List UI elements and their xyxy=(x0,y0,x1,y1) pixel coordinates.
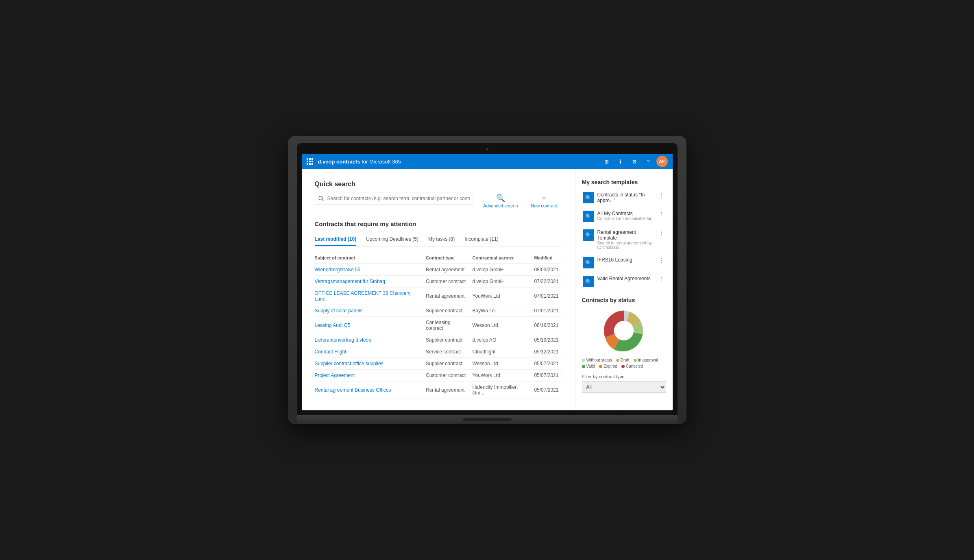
quick-search-label: Quick search xyxy=(315,181,562,188)
legend-item: Valid xyxy=(582,364,595,368)
tab-upcoming-deadlines[interactable]: Upcoming Deadlines (5) xyxy=(366,233,418,246)
info-icon-btn[interactable]: ℹ xyxy=(615,156,626,167)
contract-modified: 05/19/2021 xyxy=(534,334,562,346)
legend-dot xyxy=(582,365,585,368)
legend-label: In approval xyxy=(638,358,658,362)
laptop-outer: d.veop contracts for Microsoft 365 ⊞ ℹ ⚙… xyxy=(288,136,686,424)
search-template-desc: Search in rental agreement by ID cm00005 xyxy=(597,241,655,250)
search-template-name: IFRS16 Leasing xyxy=(597,257,655,263)
laptop-base xyxy=(297,415,678,424)
legend-label: Draft xyxy=(621,358,630,362)
contracts-by-status-title: Contracts by status xyxy=(582,297,666,303)
contract-subject[interactable]: Wienerbergstraße 55 xyxy=(315,264,426,276)
advanced-search-button[interactable]: 🔍 Advanced search xyxy=(478,192,523,211)
legend-item: Without status xyxy=(582,358,612,362)
search-input[interactable] xyxy=(315,192,474,205)
table-row: OFFICE LEASE AGREEMENT 38 Chancery Lane … xyxy=(315,288,562,305)
app-body: Quick search 🔍 Advance xyxy=(302,169,673,410)
search-icon xyxy=(318,196,324,201)
more-icon[interactable]: ⋮ xyxy=(658,229,665,236)
search-template-text: All My Contracts Contracts I am responsi… xyxy=(597,211,655,221)
legend-dot xyxy=(621,365,625,368)
settings-icon-btn[interactable]: ⚙ xyxy=(629,156,640,167)
contract-subject[interactable]: Vertragsmanagement für Stobag xyxy=(315,276,426,288)
contract-modified: 06/16/2021 xyxy=(534,317,562,334)
tab-incomplete[interactable]: Incomplete (11) xyxy=(464,233,498,246)
svg-point-2 xyxy=(614,321,634,340)
more-icon[interactable]: ⋮ xyxy=(658,257,665,264)
grid-icon[interactable] xyxy=(307,158,313,165)
tab-my-tasks[interactable]: My tasks (8) xyxy=(428,233,455,246)
contract-subject[interactable]: OFFICE LEASE AGREEMENT 38 Chancery Lane xyxy=(315,288,426,305)
search-template-text: IFRS16 Leasing xyxy=(597,257,655,263)
table-row: Leasing Audi Q5 Car leasing contract Wes… xyxy=(315,317,562,334)
action-buttons: 🔍 Advanced search + New contract xyxy=(478,192,562,211)
tabs: Last modified (10) Upcoming Deadlines (5… xyxy=(315,233,562,246)
tab-last-modified[interactable]: Last modified (10) xyxy=(315,233,357,246)
help-icon-btn[interactable]: ? xyxy=(643,156,654,167)
table-row: Project Agreement Customer contract YouW… xyxy=(315,370,562,381)
search-template-name: Valid Rental Agreements xyxy=(597,276,655,281)
avatar[interactable]: AF xyxy=(656,156,668,167)
contract-partner: BayWa r.e. xyxy=(473,305,534,317)
contracts-by-status: Contracts by status xyxy=(582,297,666,393)
contract-modified: 05/12/2021 xyxy=(534,346,562,358)
contracts-section-title: Contracts that require my attention xyxy=(315,220,562,227)
search-row: 🔍 Advanced search + New contract xyxy=(315,192,562,211)
table-row: Wienerbergstraße 55 Rental agreement d.v… xyxy=(315,264,562,276)
app-title: d.veop contracts for Microsoft 365 xyxy=(318,159,401,165)
more-icon[interactable]: ⋮ xyxy=(658,192,665,198)
contract-type: Supplier contract xyxy=(426,358,473,370)
contract-subject[interactable]: Lieferantenvertrag d.vleop xyxy=(315,334,426,346)
contract-subject[interactable]: Project Agreement xyxy=(315,370,426,381)
search-template-item[interactable]: 🔍 Valid Rental Agreements ⋮ xyxy=(582,274,666,289)
contract-partner: Cloudflight xyxy=(473,346,534,358)
contract-type: Service contract xyxy=(426,346,473,358)
search-template-desc: Contracts I am responsible for xyxy=(597,216,655,221)
legend-label: Canceled xyxy=(626,364,643,368)
search-template-icon: 🔍 xyxy=(583,257,594,268)
contract-type: Supplier contract xyxy=(426,305,473,317)
legend-item: Draft xyxy=(616,358,630,362)
contract-type: Supplier contract xyxy=(426,334,473,346)
contract-type: Customer contract xyxy=(426,276,473,288)
product-name: contracts xyxy=(336,159,360,165)
contract-type: Rental agreement xyxy=(426,264,473,276)
status-legend: Without status Draft In approval Valid E… xyxy=(582,358,666,368)
contract-partner: d.velop GmbH xyxy=(473,276,534,288)
col-partner: Contractual partner xyxy=(473,253,534,264)
table-row: Lieferantenvertrag d.vleop Supplier cont… xyxy=(315,334,562,346)
search-templates-list: 🔍 Contracts in status "In appro..." ⋮ 🔍 … xyxy=(582,190,666,289)
search-template-item[interactable]: 🔍 IFRS16 Leasing ⋮ xyxy=(582,255,666,270)
contract-modified: 07/01/2021 xyxy=(534,288,562,305)
col-type: Contract type xyxy=(426,253,473,264)
contract-modified: 05/07/2021 xyxy=(534,370,562,381)
search-template-text: Contracts in status "In appro..." xyxy=(597,192,655,203)
search-template-item[interactable]: 🔍 Rental agreement Template Search in re… xyxy=(582,228,666,251)
legend-item: Expired xyxy=(599,364,617,368)
more-icon[interactable]: ⋮ xyxy=(658,211,665,217)
svg-line-1 xyxy=(322,200,323,201)
search-template-item[interactable]: 🔍 Contracts in status "In appro..." ⋮ xyxy=(582,190,666,205)
share-icon-btn[interactable]: ⊞ xyxy=(601,156,612,167)
contract-subject[interactable]: Rental agreement Business Offices xyxy=(315,381,426,399)
contract-subject[interactable]: Leasing Audi Q5 xyxy=(315,317,426,334)
more-icon[interactable]: ⋮ xyxy=(658,276,665,282)
search-input-wrap xyxy=(315,192,474,205)
search-template-text: Valid Rental Agreements xyxy=(597,276,655,281)
search-template-item[interactable]: 🔍 All My Contracts Contracts I am respon… xyxy=(582,209,666,224)
contracts-table: Subject of contract Contract type Contra… xyxy=(315,253,562,399)
laptop-notch xyxy=(463,418,512,421)
search-template-icon: 🔍 xyxy=(583,211,594,222)
legend-dot xyxy=(616,359,619,362)
search-template-icon: 🔍 xyxy=(583,229,594,241)
contract-subject[interactable]: Contract Flight xyxy=(315,346,426,358)
contract-type: Rental agreement xyxy=(426,288,473,305)
contract-subject[interactable]: Supplier contract office supplies xyxy=(315,358,426,370)
contract-type-filter[interactable]: All Rental agreement Customer contract S… xyxy=(582,381,666,393)
contract-subject[interactable]: Supply of solar panels xyxy=(315,305,426,317)
header-icons: ⊞ ℹ ⚙ ? AF xyxy=(601,156,668,167)
new-contract-button[interactable]: + New contract xyxy=(526,192,562,211)
contract-partner: Wesson Ltd. xyxy=(473,317,534,334)
contract-partner: YouWork Ltd xyxy=(473,370,534,381)
